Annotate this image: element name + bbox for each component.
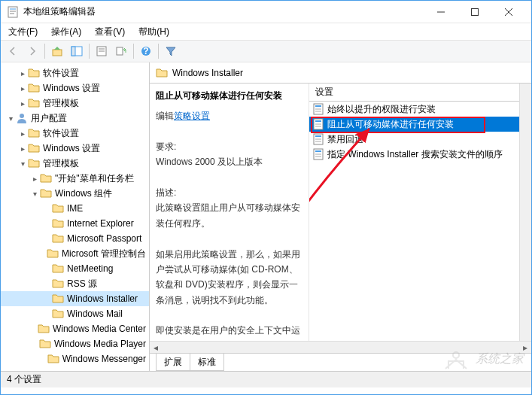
req-label: 要求: — [156, 141, 176, 152]
folder-icon — [52, 278, 64, 290]
tree-item[interactable]: ▸管理模板 — [1, 96, 149, 111]
help-button[interactable]: ? — [137, 42, 155, 60]
tree-toggle-icon[interactable]: ▸ — [17, 144, 28, 153]
folder-icon — [52, 232, 64, 245]
tree-item-label: Windows Mail — [67, 308, 123, 319]
tree-toggle-icon[interactable]: ▸ — [17, 84, 28, 93]
tree-item-label: NetMeeting — [67, 263, 113, 274]
menu-help[interactable]: 帮助(H) — [134, 24, 174, 40]
tree-item-label: Windows Installer — [67, 293, 138, 304]
status-text: 4 个设置 — [7, 373, 41, 386]
tree-item-label: Windows Messenger — [62, 354, 146, 364]
folder-icon — [28, 97, 40, 109]
tree-item-label: Windows 设置 — [43, 142, 100, 155]
req-value: Windows 2000 及以上版本 — [156, 156, 263, 167]
tree-toggle-icon[interactable]: ▸ — [17, 69, 28, 77]
tree-item-label: 软件设置 — [43, 127, 79, 140]
tree-item-label: 管理模板 — [43, 157, 79, 170]
tree-toggle-icon[interactable]: ▾ — [17, 160, 28, 168]
tree-item[interactable]: ▸"开始"菜单和任务栏 — [1, 171, 149, 186]
tree-item[interactable]: Internet Explorer — [1, 216, 149, 231]
list-item-label: 指定 Windows Installer 搜索安装文件的顺序 — [327, 148, 503, 161]
desc-p1: 此策略设置阻止用户从可移动媒体安装任何程序。 — [156, 202, 300, 228]
tree-item[interactable]: ▸软件设置 — [1, 126, 149, 141]
tree-item-label: Microsoft 管理控制台 — [62, 248, 146, 260]
maximize-button[interactable] — [458, 1, 491, 23]
tree-item[interactable]: ▾用户配置 — [1, 111, 149, 126]
tree-panel[interactable]: ▸软件设置▸Windows 设置▸管理模板▾用户配置▸软件设置▸Windows … — [1, 62, 150, 371]
tree-toggle-icon[interactable]: ▸ — [17, 129, 28, 138]
scroll-right-button[interactable]: ▸ — [519, 342, 531, 354]
properties-button[interactable] — [93, 42, 111, 60]
close-button[interactable] — [491, 1, 525, 23]
folder-icon — [47, 248, 59, 260]
policy-icon — [312, 133, 324, 145]
settings-list-panel: 设置 始终以提升的权限进行安装阻止从可移动媒体进行任何安装禁用回退指定 Wind… — [309, 84, 531, 341]
tree-item[interactable]: IME — [1, 201, 149, 216]
edit-policy-link[interactable]: 策略设置 — [174, 111, 210, 121]
tree-toggle-icon[interactable]: ▸ — [29, 175, 40, 183]
tree-item[interactable]: ▸Windows 设置 — [1, 141, 149, 156]
folder-icon — [28, 142, 40, 154]
tree-item[interactable]: Windows Media Center — [1, 321, 149, 336]
back-button — [4, 42, 22, 60]
breadcrumb: Windows Installer — [150, 62, 531, 84]
tree-item[interactable]: Windows Mail — [1, 306, 149, 321]
folder-icon — [52, 263, 64, 275]
list-item[interactable]: 禁用回退 — [309, 132, 531, 147]
svg-rect-23 — [315, 120, 321, 122]
tree-item[interactable]: NetMeeting — [1, 261, 149, 276]
app-icon — [7, 6, 19, 18]
breadcrumb-label: Windows Installer — [172, 68, 243, 78]
desc-p3: 即使安装是在用户的安全上下文中运行的，此策略设置依旧适用。 — [156, 325, 300, 341]
tab-extended[interactable]: 扩展 — [156, 354, 190, 371]
tree-toggle-icon[interactable]: ▾ — [5, 114, 16, 123]
horizontal-scrollbar[interactable]: ◂ ▸ — [150, 341, 531, 353]
scroll-left-button[interactable]: ◂ — [150, 342, 162, 354]
filter-button[interactable] — [162, 42, 180, 60]
folder-icon — [28, 82, 40, 94]
tree-item[interactable]: ▸Windows 设置 — [1, 81, 149, 96]
svg-rect-10 — [71, 47, 75, 56]
tree-item-label: Windows Media Player — [54, 339, 146, 349]
menu-view[interactable]: 查看(V) — [90, 24, 129, 40]
tree-item[interactable]: ▸软件设置 — [1, 65, 149, 81]
svg-rect-14 — [117, 47, 123, 55]
list-item[interactable]: 指定 Windows Installer 搜索安装文件的顺序 — [309, 147, 531, 162]
show-hide-tree-button[interactable] — [68, 42, 86, 60]
tree-toggle-icon[interactable]: ▾ — [29, 190, 40, 198]
tab-standard[interactable]: 标准 — [190, 354, 224, 371]
menu-file[interactable]: 文件(F) — [4, 24, 42, 40]
list-item[interactable]: 始终以提升的权限进行安装 — [309, 102, 531, 117]
vertical-scrollbar[interactable] — [519, 84, 531, 341]
up-button[interactable] — [48, 42, 66, 60]
list-item-label: 始终以提升的权限进行安装 — [327, 103, 436, 116]
list-item[interactable]: 阻止从可移动媒体进行任何安装 — [309, 117, 531, 132]
menu-bar: 文件(F) 操作(A) 查看(V) 帮助(H) — [1, 23, 531, 40]
svg-rect-8 — [53, 50, 62, 56]
export-button[interactable] — [112, 42, 130, 60]
settings-column-header[interactable]: 设置 — [309, 84, 531, 102]
folder-icon — [39, 338, 51, 350]
desc-label: 描述: — [156, 187, 176, 198]
tree-toggle-icon[interactable]: ▸ — [17, 99, 28, 108]
tree-item-label: 软件设置 — [43, 67, 79, 80]
desc-p2: 如果启用此策略设置，那么，如果用户尝试从可移动媒体(如 CD-ROM、软盘和 D… — [156, 249, 300, 305]
tree-item[interactable]: Windows Media Player — [1, 336, 149, 351]
menu-action[interactable]: 操作(A) — [47, 24, 86, 40]
folder-icon — [28, 157, 40, 169]
minimize-button[interactable] — [424, 1, 458, 23]
tree-item[interactable]: Microsoft Passport — [1, 231, 149, 246]
tree-item[interactable]: ▾管理模板 — [1, 156, 149, 171]
folder-icon — [28, 67, 40, 79]
tree-item[interactable]: Microsoft 管理控制台 — [1, 246, 149, 261]
edit-prefix: 编辑 — [156, 111, 174, 121]
tree-item[interactable]: RSS 源 — [1, 276, 149, 291]
tree-item[interactable]: ▾Windows 组件 — [1, 186, 149, 201]
title-bar: 本地组策略编辑器 — [1, 1, 531, 23]
tree-item-label: Windows 设置 — [43, 82, 100, 95]
tree-item[interactable]: Windows Messenger — [1, 351, 149, 366]
tree-item[interactable]: Windows Installer — [1, 291, 149, 306]
folder-icon — [40, 187, 52, 199]
policy-icon — [312, 148, 324, 160]
